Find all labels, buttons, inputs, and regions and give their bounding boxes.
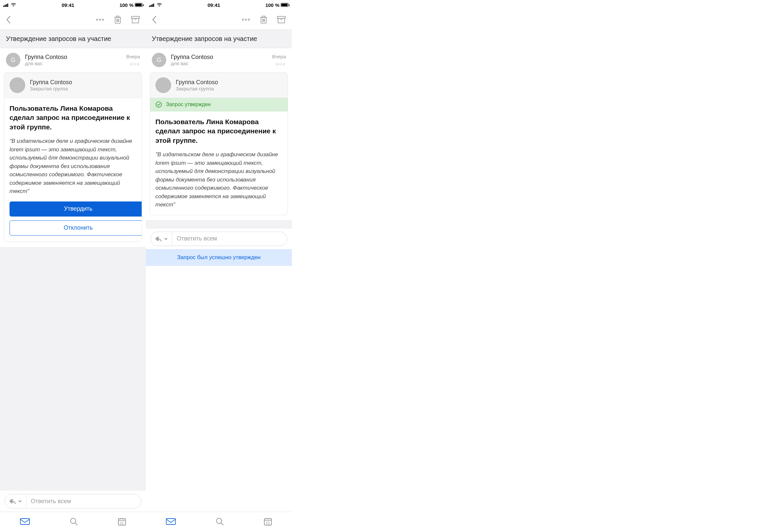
status-left <box>3 2 16 8</box>
reply-mode-button[interactable] <box>5 494 26 508</box>
tab-search[interactable] <box>215 517 224 527</box>
approved-text: Запрос утвержден <box>166 101 211 107</box>
svg-rect-3 <box>7 4 8 7</box>
svg-rect-1 <box>5 5 6 7</box>
background-fill <box>146 220 292 228</box>
phone-screen-1: 09:41 100 % Утверждение запросов на учас… <box>0 0 146 532</box>
sender-to: для вас <box>171 61 268 66</box>
sender-name: Группа Contoso <box>171 54 268 61</box>
phone-screen-2: 09:41 100 % Утверждение запросов на учас… <box>146 0 292 532</box>
status-time: 09:41 <box>62 2 74 8</box>
svg-point-17 <box>71 518 76 523</box>
decline-button[interactable]: Отклонить <box>10 220 142 235</box>
approve-button[interactable]: Утвердить <box>10 201 142 216</box>
delete-button[interactable] <box>112 14 123 26</box>
svg-point-27 <box>248 19 250 20</box>
request-description: "В издательском деле и графическом дизай… <box>10 137 136 196</box>
svg-point-6 <box>102 19 103 20</box>
signal-icon <box>149 2 155 8</box>
status-left <box>149 2 162 8</box>
status-time: 09:41 <box>208 2 220 8</box>
check-circle-icon <box>155 101 162 108</box>
svg-rect-24 <box>153 4 154 7</box>
status-right: 100 % <box>265 2 288 8</box>
group-name: Группа Contoso <box>30 79 72 86</box>
request-card: Группа Contoso Закрытая группа Запрос ут… <box>150 72 288 215</box>
status-bar: 09:41 100 % <box>146 0 292 10</box>
reply-all-icon <box>9 498 16 504</box>
group-name: Группа Contoso <box>176 79 218 86</box>
svg-rect-0 <box>3 6 4 7</box>
battery-pct: 100 % <box>265 2 280 8</box>
delete-button[interactable] <box>258 14 270 26</box>
calendar-day: 12 <box>117 521 126 525</box>
wifi-icon <box>11 2 16 8</box>
battery-pct: 100 % <box>119 2 133 8</box>
back-button[interactable] <box>148 14 160 26</box>
message-more-button[interactable]: ○○○ <box>130 61 140 66</box>
svg-rect-34 <box>278 16 285 18</box>
archive-button[interactable] <box>129 14 141 26</box>
svg-rect-13 <box>131 16 139 18</box>
tab-mail[interactable] <box>166 518 176 527</box>
reply-mode-button[interactable] <box>151 232 172 246</box>
reply-input[interactable]: Ответить всем <box>5 494 141 508</box>
tab-mail[interactable] <box>20 518 30 527</box>
reply-placeholder: Ответить всем <box>26 498 71 505</box>
svg-rect-14 <box>132 18 139 23</box>
status-bar: 09:41 100 % <box>0 0 146 10</box>
svg-rect-21 <box>149 6 150 7</box>
card-body: Пользователь Лина Комарова сделал запрос… <box>150 111 287 215</box>
more-button[interactable] <box>94 14 106 26</box>
signal-icon <box>3 2 9 8</box>
tab-search[interactable] <box>69 517 79 527</box>
svg-point-37 <box>156 102 162 107</box>
svg-rect-12 <box>116 16 119 17</box>
svg-line-18 <box>75 523 78 525</box>
chevron-down-icon <box>164 237 168 240</box>
message-more-button[interactable]: ○○○ <box>276 61 286 66</box>
sender-row: G Группа Contoso для вас Вчера ○○○ <box>0 48 146 70</box>
sender-avatar[interactable]: G <box>152 53 166 67</box>
tab-calendar[interactable]: 12 <box>263 517 273 527</box>
wifi-icon <box>156 2 162 8</box>
sender-avatar[interactable]: G <box>6 53 20 67</box>
reply-placeholder: Ответить всем <box>172 235 217 242</box>
card-header: Группа Contoso Закрытая группа <box>4 73 142 98</box>
svg-point-4 <box>96 19 98 20</box>
timestamp: Вчера <box>126 54 140 59</box>
card-header: Группа Contoso Закрытая группа <box>150 73 287 98</box>
status-right: 100 % <box>119 2 143 8</box>
battery-icon <box>281 3 288 7</box>
card-body: Пользователь Лина Комарова сделал запрос… <box>4 98 142 201</box>
reply-bar: Ответить всем <box>146 228 292 249</box>
group-avatar <box>10 77 25 93</box>
request-card: Группа Contoso Закрытая группа Пользоват… <box>4 72 142 242</box>
svg-point-25 <box>242 19 244 20</box>
sender-to: для вас <box>25 61 122 66</box>
timestamp: Вчера <box>272 54 286 59</box>
sender-name: Группа Contoso <box>25 54 122 61</box>
request-title: Пользователь Лина Комарова сделал запрос… <box>10 104 136 132</box>
back-button[interactable] <box>3 14 14 26</box>
nav-bar <box>0 10 146 30</box>
archive-button[interactable] <box>276 14 287 26</box>
group-avatar <box>155 77 171 93</box>
group-type: Закрытая группа <box>30 86 72 91</box>
svg-point-5 <box>99 19 101 20</box>
svg-rect-35 <box>278 18 285 23</box>
calendar-day: 12 <box>263 521 273 525</box>
subject-bar: Утверждение запросов на участие <box>146 30 292 48</box>
svg-rect-16 <box>20 519 30 524</box>
more-button[interactable] <box>240 14 252 26</box>
nav-bar <box>146 10 292 30</box>
approved-banner: Запрос утвержден <box>150 98 287 111</box>
group-type: Закрытая группа <box>176 86 218 91</box>
svg-line-40 <box>221 523 223 525</box>
tab-calendar[interactable]: 12 <box>117 517 126 527</box>
svg-point-39 <box>216 518 222 523</box>
request-title: Пользователь Лина Комарова сделал запрос… <box>155 117 282 145</box>
tab-bar: 12 <box>146 512 292 532</box>
chevron-down-icon <box>18 500 22 502</box>
reply-input[interactable]: Ответить всем <box>150 232 287 246</box>
